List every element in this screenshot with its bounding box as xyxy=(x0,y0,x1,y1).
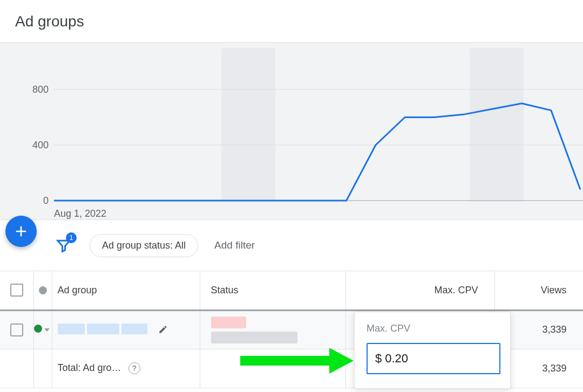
ad-group-name-redacted[interactable] xyxy=(58,324,85,334)
help-icon[interactable]: ? xyxy=(128,362,140,374)
filter-icon-button[interactable]: 1 xyxy=(54,236,73,255)
chart-svg xyxy=(0,43,583,221)
popover-label: Max. CPV xyxy=(367,323,498,334)
y-tick-800: 800 xyxy=(32,84,49,95)
filter-bar: 1 Ad group status: All Add filter xyxy=(0,220,583,271)
filter-count-badge: 1 xyxy=(66,232,77,243)
status-detail-redacted xyxy=(211,332,297,343)
status-enabled-icon xyxy=(34,325,42,333)
y-tick-400: 400 xyxy=(32,140,49,151)
col-header-views[interactable]: Views xyxy=(494,271,583,310)
row-checkbox[interactable] xyxy=(10,324,23,336)
table-header-row: Ad group Status Max. CPV Views xyxy=(0,271,583,310)
plus-icon xyxy=(13,224,29,239)
total-label: Total: Ad gro… xyxy=(58,362,121,373)
status-indicator-header-icon xyxy=(39,286,47,294)
edit-name-button[interactable] xyxy=(157,323,170,336)
y-tick-0: 0 xyxy=(43,195,49,207)
add-button[interactable] xyxy=(5,216,37,247)
col-header-status[interactable]: Status xyxy=(200,271,345,310)
pencil-icon xyxy=(158,325,168,334)
max-cpv-input[interactable]: $ 0.20 xyxy=(367,343,500,374)
page-title: Ad groups xyxy=(0,0,583,42)
add-filter-button[interactable]: Add filter xyxy=(214,239,255,251)
col-header-ad-group[interactable]: Ad group xyxy=(52,271,200,310)
line-chart: 800 400 0 Aug 1, 2022 xyxy=(0,42,583,220)
currency-symbol: $ xyxy=(375,352,382,366)
col-header-max-cpv[interactable]: Max. CPV xyxy=(345,271,494,310)
status-dropdown-caret-icon[interactable] xyxy=(44,328,50,332)
status-filter-chip[interactable]: Ad group status: All xyxy=(90,234,198,257)
status-value-redacted xyxy=(211,317,246,328)
max-cpv-editor-popover: Max. CPV $ 0.20 xyxy=(354,312,511,389)
svg-rect-0 xyxy=(221,48,275,202)
x-axis-start-date: Aug 1, 2022 xyxy=(54,208,106,219)
svg-rect-1 xyxy=(470,48,524,202)
select-all-checkbox[interactable] xyxy=(10,284,23,297)
max-cpv-value: 0.20 xyxy=(385,352,408,366)
